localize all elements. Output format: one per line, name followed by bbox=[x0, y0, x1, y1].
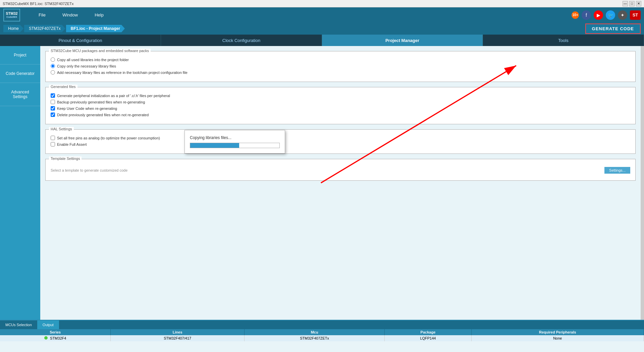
tab-project-manager[interactable]: Project Manager bbox=[322, 35, 483, 46]
radio-add-reference-label: Add necessary library files as reference… bbox=[57, 71, 187, 75]
template-placeholder-text: Select a template to generate customized… bbox=[51, 168, 127, 172]
hal-settings-title: HAL Settings bbox=[49, 127, 74, 131]
radio-copy-all-label: Copy all used libraries into the project… bbox=[57, 58, 129, 62]
mcu-packages-title: STM32Cube MCU packages and embedded soft… bbox=[49, 49, 151, 53]
maximize-button[interactable]: □ bbox=[629, 1, 635, 6]
window-controls[interactable]: — □ ✕ bbox=[623, 1, 641, 6]
radio-copy-necessary-label: Copy only the necessary library files bbox=[57, 64, 116, 68]
breadcrumb-bar: Home STM32F407ZETx BF1.ioc - Project Man… bbox=[0, 23, 644, 35]
cell-mcu: STM32F407ZETx bbox=[245, 335, 385, 341]
radio-copy-all[interactable]: Copy all used libraries into the project… bbox=[51, 57, 630, 62]
logo-area: STM32 CubeMX bbox=[3, 9, 20, 21]
breadcrumb-mcu[interactable]: STM32F407ZETx bbox=[24, 25, 65, 32]
progress-dialog: Copying libraries files... bbox=[184, 130, 285, 153]
bottom-panel: MCUs Selection Output Series Lines Mcu P… bbox=[0, 320, 644, 352]
youtube-icon[interactable]: ▶ bbox=[594, 10, 603, 20]
menu-bar: STM32 CubeMX File Window Help 10+ f ▶ 🐦 … bbox=[0, 7, 644, 23]
menu-window[interactable]: Window bbox=[54, 7, 86, 23]
cell-series-value: STM32F4 bbox=[50, 336, 66, 340]
tab-bar: Pinout & Configuration Clock Configurati… bbox=[0, 35, 644, 46]
col-header-lines: Lines bbox=[111, 329, 245, 335]
radio-add-reference[interactable]: Add necessary library files as reference… bbox=[51, 70, 630, 75]
bottom-tab-mcus-selection[interactable]: MCUs Selection bbox=[0, 320, 37, 329]
checkbox-keep-user-code-input[interactable] bbox=[51, 106, 55, 111]
template-settings-button[interactable]: Settings... bbox=[604, 167, 630, 174]
breadcrumb-home[interactable]: Home bbox=[3, 25, 23, 32]
progress-bar-fill bbox=[190, 143, 239, 148]
close-button[interactable]: ✕ bbox=[636, 1, 641, 6]
bottom-table: Series Lines Mcu Package Required Periph… bbox=[0, 329, 644, 341]
sidebar-item-advanced-settings[interactable]: Advanced Settings bbox=[0, 83, 40, 106]
checkbox-backup-files-label: Backup previously generated files when r… bbox=[57, 100, 145, 104]
logo-top-text: STM32 bbox=[6, 11, 17, 15]
bottom-tabs: MCUs Selection Output bbox=[0, 320, 644, 329]
radio-add-reference-input[interactable] bbox=[51, 70, 55, 75]
minimize-button[interactable]: — bbox=[623, 1, 628, 6]
checkbox-full-assert-label: Enable Full Assert bbox=[57, 142, 87, 146]
logo-bottom-text: CubeMX bbox=[6, 15, 17, 18]
template-settings-group: Template Settings Select a template to g… bbox=[45, 159, 636, 181]
checkbox-keep-user-code[interactable]: Keep User Code when re-generating bbox=[51, 106, 630, 111]
checkbox-enable-full-assert[interactable]: Enable Full Assert bbox=[51, 142, 630, 146]
progress-text: Copying libraries files... bbox=[190, 135, 280, 140]
checkbox-backup-files-input[interactable] bbox=[51, 100, 55, 104]
menu-right: 10+ f ▶ 🐦 ✦ ST bbox=[572, 10, 641, 20]
checkbox-free-pins-input[interactable] bbox=[51, 136, 55, 140]
radio-copy-necessary-input[interactable] bbox=[51, 64, 55, 68]
menu-help[interactable]: Help bbox=[86, 7, 112, 23]
generated-files-title: Generated files bbox=[49, 85, 77, 89]
menu-file[interactable]: File bbox=[30, 7, 54, 23]
progress-bar-container bbox=[190, 143, 280, 148]
checkbox-generate-peripheral-input[interactable] bbox=[51, 93, 55, 98]
bottom-tab-output[interactable]: Output bbox=[37, 320, 59, 329]
menu-items: File Window Help bbox=[30, 7, 572, 23]
checkbox-keep-user-code-label: Keep User Code when re-generating bbox=[57, 106, 117, 111]
checkbox-delete-generated-label: Delete previously generated files when n… bbox=[57, 113, 149, 117]
tab-tools[interactable]: Tools bbox=[483, 35, 644, 46]
tab-pinout-configuration[interactable]: Pinout & Configuration bbox=[0, 35, 161, 46]
app-logo: STM32 CubeMX bbox=[3, 9, 20, 21]
cell-series: STM32F4 bbox=[0, 335, 111, 341]
checkbox-delete-generated-input[interactable] bbox=[51, 113, 55, 117]
cell-package: LQFP144 bbox=[385, 335, 471, 341]
content-panel: STM32Cube MCU packages and embedded soft… bbox=[40, 46, 641, 320]
radio-copy-necessary[interactable]: Copy only the necessary library files bbox=[51, 64, 630, 68]
template-settings-title: Template Settings bbox=[49, 157, 82, 161]
window-title: STM32CubeMX BF1.ioc: STM32F407ZETx bbox=[3, 2, 74, 6]
checkbox-free-pins-label: Set all free pins as analog (to optimize… bbox=[57, 136, 160, 140]
breadcrumb-project-manager[interactable]: BF1.ioc - Project Manager bbox=[66, 25, 125, 32]
checkbox-backup-files[interactable]: Backup previously generated files when r… bbox=[51, 100, 630, 104]
main-content: Project Code Generator Advanced Settings… bbox=[0, 46, 644, 320]
col-header-series: Series bbox=[0, 329, 111, 335]
checkbox-generate-peripheral[interactable]: Generate peripheral initialization as a … bbox=[51, 93, 630, 98]
checkbox-full-assert-input[interactable] bbox=[51, 142, 55, 146]
col-header-mcu: Mcu bbox=[245, 329, 385, 335]
sidebar-item-project[interactable]: Project bbox=[0, 46, 40, 64]
twitter-icon[interactable]: 🐦 bbox=[606, 10, 615, 20]
title-bar: STM32CubeMX BF1.ioc: STM32F407ZETx — □ ✕ bbox=[0, 0, 644, 7]
mcu-packages-group: STM32Cube MCU packages and embedded soft… bbox=[45, 51, 636, 82]
generated-files-group: Generated files Generate peripheral init… bbox=[45, 87, 636, 124]
tab-clock-configuration[interactable]: Clock Configuration bbox=[161, 35, 322, 46]
row-status-indicator bbox=[44, 336, 48, 340]
network-icon[interactable]: ✦ bbox=[618, 10, 627, 20]
radio-copy-all-input[interactable] bbox=[51, 57, 55, 62]
checkbox-delete-generated[interactable]: Delete previously generated files when n… bbox=[51, 113, 630, 117]
scrollbar[interactable] bbox=[641, 46, 644, 320]
col-header-peripherals: Required Peripherals bbox=[471, 329, 644, 335]
st-logo-icon[interactable]: ST bbox=[630, 10, 641, 20]
checkbox-generate-peripheral-label: Generate peripheral initialization as a … bbox=[57, 94, 170, 98]
cell-peripherals: None bbox=[471, 335, 644, 341]
sidebar-item-code-generator[interactable]: Code Generator bbox=[0, 64, 40, 83]
col-header-package: Package bbox=[385, 329, 471, 335]
cell-lines: STM32F407/417 bbox=[111, 335, 245, 341]
notification-badge[interactable]: 10+ bbox=[572, 11, 579, 19]
sidebar: Project Code Generator Advanced Settings bbox=[0, 46, 40, 320]
hal-settings-group: HAL Settings Set all free pins as analog… bbox=[45, 129, 636, 154]
table-row: STM32F4 STM32F407/417 STM32F407ZETx LQFP… bbox=[0, 335, 644, 341]
generate-code-button[interactable]: GENERATE CODE bbox=[585, 24, 641, 34]
checkbox-free-pins-analog[interactable]: Set all free pins as analog (to optimize… bbox=[51, 136, 630, 140]
facebook-icon[interactable]: f bbox=[582, 10, 591, 20]
